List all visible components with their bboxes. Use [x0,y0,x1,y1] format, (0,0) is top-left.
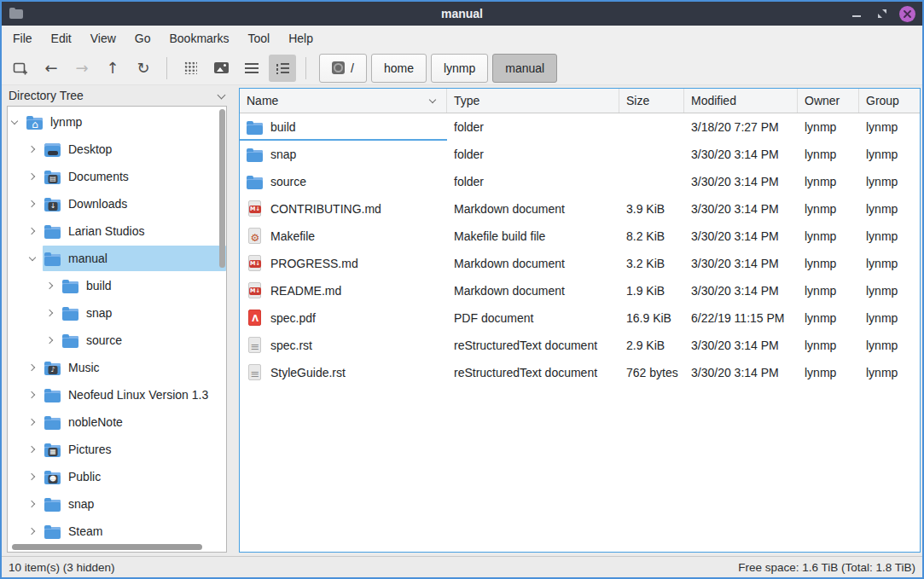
path-segment-root[interactable]: / [319,54,367,83]
file-row-makefile[interactable]: Makefile Makefile build file 8.2 KiB 3/3… [240,223,920,250]
expander-icon[interactable] [47,282,55,290]
reload-button[interactable]: ↻ [130,55,157,82]
file-row-spec-pdf[interactable]: spec.pdf PDF document 16.9 KiB 6/22/19 1… [240,304,920,332]
tree-item-neofeud-linux-version-1-3[interactable]: Neofeud Linux Version 1.3 [8,381,226,408]
expander-icon[interactable] [47,337,55,345]
new-tab-button[interactable] [7,55,34,82]
file-list-rows: build folder 3/18/20 7:27 PM lynmp lynmp… [240,113,920,386]
file-modified: 6/22/19 11:15 PM [684,304,798,332]
file-row-contributing-md[interactable]: CONTRIBUTING.md Markdown document 3.9 Ki… [240,195,920,223]
column-header-name[interactable]: Name [240,89,447,113]
expander-icon[interactable] [11,119,19,126]
menu-file[interactable]: File [3,26,42,51]
column-header-label: Name [247,94,278,107]
tree-horizontal-scrollbar[interactable] [12,544,202,550]
menu-view[interactable]: View [81,26,125,51]
file-type: Markdown document [447,277,619,304]
path-segment-label: manual [505,61,544,75]
expander-icon[interactable] [29,255,37,263]
column-header-label: Type [454,94,479,107]
sort-indicator-icon [430,97,436,103]
expander-icon[interactable] [29,528,37,536]
expander-icon[interactable] [29,364,37,372]
tree-item-desktop[interactable]: Desktop [8,136,226,163]
tree-item-snap[interactable]: snap [8,490,226,518]
detailed-list-view-button[interactable] [269,55,296,82]
toolbar-separator [166,57,167,79]
column-header-type[interactable]: Type [447,89,619,113]
tree-item-downloads[interactable]: Downloads [8,190,226,217]
path-segment-lynmp[interactable]: lynmp [431,54,488,83]
menu-help[interactable]: Help [279,26,323,51]
column-header-group[interactable]: Group [859,89,920,113]
icon-view-button[interactable] [177,55,204,82]
compact-view-button[interactable] [238,55,265,82]
window-folder-icon [9,8,23,19]
file-row-source[interactable]: source folder 3/30/20 3:14 PM lynmp lynm… [240,168,920,195]
tree-item-lynmp[interactable]: lynmp [8,108,226,136]
expander-icon[interactable] [29,200,37,208]
file-group: lynmp [859,113,920,141]
tree-item-larian-studios[interactable]: Larian Studios [8,217,226,245]
folder-icon [44,386,61,403]
expander-icon[interactable] [29,173,37,181]
expander-icon[interactable] [29,391,37,399]
forward-button[interactable]: → [68,55,96,82]
tree-item-build[interactable]: build [8,272,226,299]
tree-item-documents[interactable]: Documents [8,163,226,190]
file-type: Makefile build file [447,223,619,250]
tree-item-public[interactable]: Public [8,463,226,490]
tree-item-music[interactable]: Music [8,354,226,381]
thumbnail-view-button[interactable] [207,55,235,82]
pdf-file-icon [247,310,264,327]
column-header-modified[interactable]: Modified [684,89,798,113]
column-header-owner[interactable]: Owner [798,89,859,113]
file-size: 16.9 KiB [619,304,684,332]
file-row-build[interactable]: build folder 3/18/20 7:27 PM lynmp lynmp [240,113,920,141]
tree-item-manual[interactable]: manual [8,245,226,272]
tree-item-pictures[interactable]: Pictures [8,436,226,463]
expander-icon[interactable] [29,146,37,153]
file-group: lynmp [859,332,920,359]
tree-vertical-scrollbar[interactable] [219,109,225,268]
file-row-snap[interactable]: snap folder 3/30/20 3:14 PM lynmp lynmp [240,141,920,168]
file-group: lynmp [859,223,920,250]
tree-item-noblenote[interactable]: nobleNote [8,408,226,436]
expander-icon[interactable] [29,501,37,508]
file-row-progress-md[interactable]: PROGRESS.md Markdown document 3.2 KiB 3/… [240,250,920,277]
path-segment-label: / [351,61,354,75]
reload-icon: ↻ [137,61,149,76]
file-row-spec-rst[interactable]: spec.rst reStructuredText document 2.9 K… [240,332,920,359]
path-segment-manual[interactable]: manual [492,54,557,83]
expander-icon[interactable] [29,446,37,454]
column-header-size[interactable]: Size [619,89,684,113]
path-segment-home[interactable]: home [371,54,427,83]
minimize-button[interactable] [848,5,865,22]
folder-pictures-icon [44,441,61,458]
file-group: lynmp [859,141,920,168]
file-row-styleguide-rst[interactable]: StyleGuide.rst reStructuredText document… [240,359,920,386]
menu-tool[interactable]: Tool [239,26,280,51]
file-size: 762 bytes [619,359,684,386]
file-size: 1.9 KiB [619,277,684,304]
tree-item-steam[interactable]: Steam [8,518,226,545]
close-button[interactable] [899,6,915,22]
expander-icon[interactable] [47,310,55,317]
expander-icon[interactable] [29,473,37,481]
file-name: Makefile [270,229,315,243]
menu-bookmarks[interactable]: Bookmarks [160,26,238,51]
chevron-down-icon[interactable] [218,92,225,100]
expander-icon[interactable] [29,419,37,426]
menu-go[interactable]: Go [125,26,160,51]
tree-item-snap[interactable]: snap [8,299,226,327]
maximize-button[interactable] [874,5,891,22]
up-button[interactable]: ↑ [99,55,126,82]
back-button[interactable]: ← [38,55,65,82]
file-row-readme-md[interactable]: README.md Markdown document 1.9 KiB 3/30… [240,277,920,304]
tree-item-label: Documents [68,170,129,183]
expander-icon[interactable] [29,228,37,235]
menu-edit[interactable]: Edit [42,26,81,51]
tree-item-source[interactable]: source [8,327,226,354]
file-size [619,113,684,141]
arrow-right-icon: → [75,61,88,76]
